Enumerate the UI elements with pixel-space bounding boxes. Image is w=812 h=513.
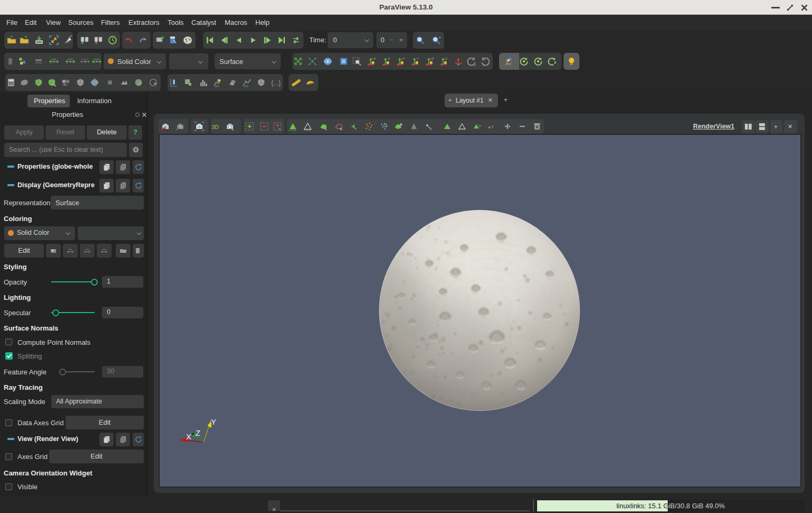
- svg-text:+90: +90: [472, 64, 476, 67]
- svg-text:MIN: MIN: [244, 85, 248, 88]
- svg-text:3D: 3D: [211, 124, 219, 130]
- svg-text:-Z: -Z: [445, 57, 448, 60]
- svg-text:{...}: {...}: [271, 79, 281, 87]
- svg-text:-90: -90: [482, 64, 485, 67]
- svg-text:+X: +X: [372, 57, 376, 60]
- svg-text:+Z: +Z: [430, 57, 434, 60]
- svg-text:Y: Y: [211, 417, 216, 426]
- svg-text:X: X: [186, 432, 191, 441]
- svg-text:?: ?: [491, 125, 494, 130]
- svg-text:MIN: MIN: [215, 85, 219, 88]
- svg-text:-X: -X: [387, 57, 390, 60]
- svg-text:-Y: -Y: [416, 57, 419, 60]
- svg-text:+Y: +Y: [401, 57, 405, 60]
- svg-text:Z: Z: [196, 428, 200, 437]
- svg-text:?: ?: [478, 124, 481, 129]
